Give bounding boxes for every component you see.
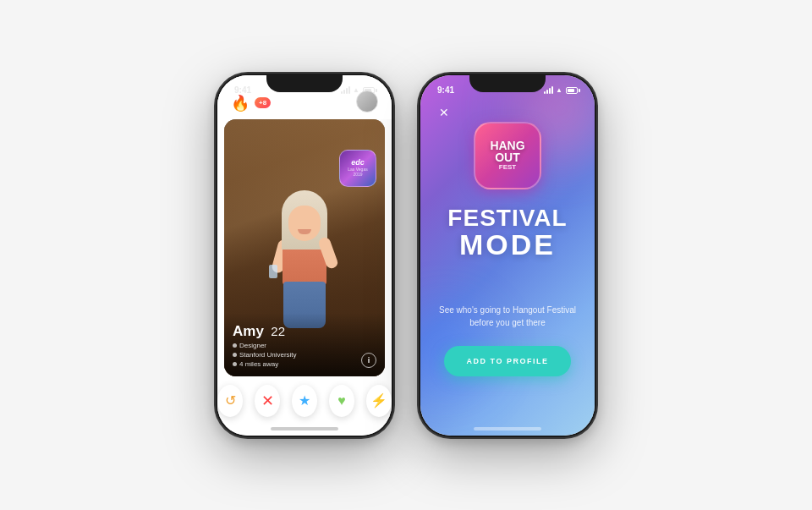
right-status-icons: ▲ [544,86,578,94]
flame-icon: 🔥 [231,94,250,112]
add-to-profile-button[interactable]: ADD TO PROFILE [444,346,571,376]
profile-distance: 4 miles away [233,360,376,368]
profile-job: Designer [233,342,376,349]
right-home-indicator [474,427,541,430]
tinder-actions: ↺ ✕ ★ ♥ ⚡ [217,376,392,425]
profile-age: 22 [271,324,285,338]
edc-badge: edc Las Vegas 2019 [339,150,376,187]
star-button[interactable]: ★ [292,385,317,417]
profile-avatar[interactable] [356,90,378,112]
hangout-logo-line2: OUT [495,151,520,163]
tinder-header: 🔥 +8 [217,75,392,119]
right-status-time: 9:41 [437,85,454,95]
festival-title-1: FESTIVAL [420,206,595,230]
profile-photo: edc Las Vegas 2019 Amy 22 [224,119,385,376]
right-battery-icon [566,87,578,94]
rewind-button[interactable]: ↺ [217,385,243,417]
profile-university: Stanford University [233,351,376,359]
nope-button[interactable]: ✕ [255,385,280,417]
festival-title-section: FESTIVAL MODE [420,206,595,259]
edc-text: edc [351,159,365,167]
right-wifi-icon: ▲ [556,86,562,94]
left-phone-screen: 9:41 ▲ [217,75,392,436]
profile-info: Amy 22 Designer Stanford University [224,313,385,376]
phones-container: 9:41 ▲ [216,74,596,437]
festival-description: See who's going to Hangout Festival befo… [437,304,578,329]
right-phone: 9:41 ▲ [419,74,596,437]
profile-name: Amy [233,323,264,339]
profile-card[interactable]: edc Las Vegas 2019 Amy 22 [224,119,385,376]
home-indicator [271,427,338,430]
tinder-logo-area: 🔥 +8 [231,94,271,112]
right-signal-icon [544,87,553,94]
hangout-logo-sub: FEST [499,163,516,171]
hangout-logo-line1: HANG [490,140,524,151]
hangout-logo: HANG OUT FEST [474,122,541,189]
matches-badge[interactable]: +8 [255,97,271,108]
festival-screen: 9:41 ▲ [420,75,595,436]
right-phone-screen: 9:41 ▲ [420,75,595,436]
like-button[interactable]: ♥ [329,385,354,417]
person-figure [266,190,343,326]
close-button[interactable]: ✕ [434,102,454,123]
tinder-screen: 🔥 +8 [217,75,392,436]
left-phone: 9:41 ▲ [216,74,393,437]
right-status-bar: 9:41 ▲ [420,82,595,99]
edc-year: 2019 [353,172,362,177]
boost-button[interactable]: ⚡ [366,385,392,417]
info-button[interactable]: i [361,353,376,368]
festival-title-2: MODE [420,230,595,259]
